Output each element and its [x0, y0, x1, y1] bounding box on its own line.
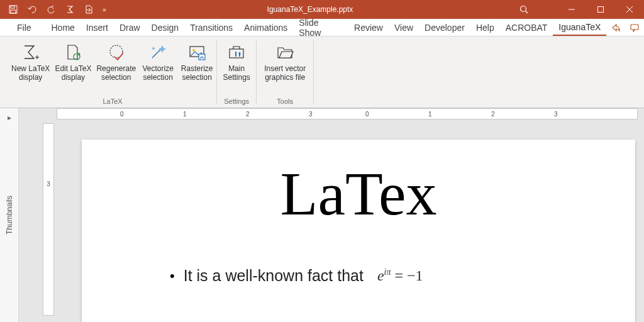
regenerate-selection-button[interactable]: Regenerateselection: [94, 39, 138, 82]
tab-slide-show[interactable]: Slide Show: [293, 19, 348, 36]
horizontal-ruler[interactable]: 0 1 2 3 0 1 2 3: [57, 108, 638, 119]
slide-editor: 0 1 2 3 0 1 2 3 3 LaTex • It is a well-k…: [19, 108, 644, 322]
autosum-icon[interactable]: [60, 0, 79, 19]
qat-overflow-icon[interactable]: »: [98, 0, 111, 19]
slide-canvas[interactable]: LaTex • It is a well-known fact that eiπ…: [82, 140, 635, 322]
close-button[interactable]: [615, 0, 644, 19]
slide-title[interactable]: LaTex: [82, 158, 635, 229]
group-label: LaTeX: [103, 96, 122, 106]
workspace: ▸ Thumbnails 0 1 2 3 0 1 2 3 3 LaTex • I…: [0, 108, 644, 322]
ribbon-tabstrip: File Home Insert Draw Design Transitions…: [0, 19, 644, 36]
chevron-right-icon[interactable]: ▸: [8, 113, 11, 122]
tab-review[interactable]: Review: [348, 19, 389, 36]
ribbon-group-tools: Insert vectorgraphics file Tools: [257, 36, 313, 108]
tab-iguanatex[interactable]: IguanaTeX: [553, 19, 606, 36]
window-title: IguanaTeX_Example.pptx: [111, 5, 509, 14]
sum-plus-icon: [21, 42, 40, 63]
button-label: New LaTeX: [11, 64, 50, 73]
main-settings-button[interactable]: MainSettings: [217, 39, 256, 82]
comments-icon[interactable]: [625, 19, 644, 36]
tab-insert[interactable]: Insert: [80, 19, 114, 36]
tab-developer[interactable]: Developer: [419, 19, 470, 36]
tab-home[interactable]: Home: [46, 19, 80, 36]
svg-rect-5: [598, 7, 604, 13]
tab-transitions[interactable]: Transitions: [184, 19, 238, 36]
maximize-button[interactable]: [586, 0, 615, 19]
thumbnails-pane[interactable]: ▸ Thumbnails: [0, 108, 19, 322]
quick-access-toolbar: »: [0, 0, 111, 19]
svg-rect-8: [631, 25, 638, 30]
title-bar: » IguanaTeX_Example.pptx: [0, 0, 644, 19]
svg-point-3: [521, 6, 526, 12]
bullet-text: It is a well-known fact that: [184, 267, 364, 285]
tab-animations[interactable]: Animations: [238, 19, 293, 36]
window-controls: [557, 0, 644, 19]
wand-icon: [148, 42, 167, 63]
svg-rect-1: [11, 6, 14, 8]
new-latex-display-button[interactable]: New LaTeXdisplay: [9, 39, 52, 82]
tab-help[interactable]: Help: [470, 19, 500, 36]
svg-point-14: [192, 49, 195, 52]
tab-design[interactable]: Design: [146, 19, 185, 36]
toolbox-icon: [227, 42, 246, 63]
insert-vector-graphics-button[interactable]: Insert vectorgraphics file: [257, 39, 313, 82]
svg-rect-2: [11, 10, 16, 13]
save-icon[interactable]: [4, 0, 23, 19]
picture-convert-icon: [187, 42, 206, 63]
slide-bullet[interactable]: • It is a well-known fact that eiπ = −1: [170, 267, 635, 285]
ribbon: New LaTeXdisplay Edit LaTeXdisplay Regen…: [0, 36, 644, 108]
folder-open-icon: [275, 42, 294, 63]
vertical-ruler[interactable]: 3: [43, 123, 54, 316]
rasterize-selection-button[interactable]: Rasterizeselection: [177, 39, 216, 82]
redo-icon[interactable]: [42, 0, 60, 19]
undo-icon[interactable]: [23, 0, 42, 19]
edit-latex-display-button[interactable]: Edit LaTeXdisplay: [52, 39, 94, 82]
tab-draw[interactable]: Draw: [114, 19, 146, 36]
minimize-button[interactable]: [557, 0, 586, 19]
latex-formula[interactable]: eiπ = −1: [377, 267, 423, 284]
ribbon-separator: [313, 40, 314, 104]
thumbnails-label: Thumbnails: [5, 196, 14, 235]
group-label: Settings: [224, 96, 249, 106]
group-label: Tools: [277, 96, 293, 106]
refresh-check-icon: [107, 42, 126, 63]
ribbon-group-latex: New LaTeXdisplay Edit LaTeXdisplay Regen…: [9, 36, 216, 108]
ribbon-group-settings: MainSettings Settings: [217, 36, 256, 108]
vectorize-selection-button[interactable]: Vectorizeselection: [138, 39, 177, 82]
tab-acrobat[interactable]: ACROBAT: [500, 19, 553, 36]
document-refresh-icon: [64, 42, 82, 63]
share-icon[interactable]: [606, 19, 625, 36]
search-icon[interactable]: [509, 0, 538, 19]
tab-file[interactable]: File: [11, 19, 37, 36]
tab-view[interactable]: View: [389, 19, 419, 36]
bullet-dot-icon: •: [170, 268, 175, 284]
export-icon[interactable]: [79, 0, 98, 19]
